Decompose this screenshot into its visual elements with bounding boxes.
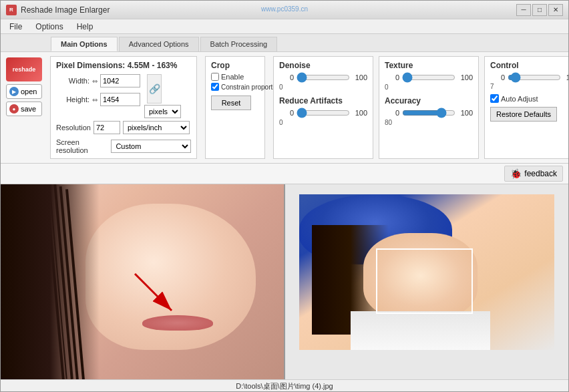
denoise-title: Denoise <box>279 61 367 70</box>
accuracy-slider[interactable] <box>402 108 455 118</box>
enable-row: Enable <box>211 73 259 81</box>
control-slider-row: 0 100 <box>490 73 569 82</box>
restore-defaults-button[interactable]: Restore Defaults <box>490 107 557 122</box>
tab-main-options[interactable]: Main Options <box>51 37 118 51</box>
width-height-fields: Width: ⇔ Height: ⇔ <box>56 74 140 109</box>
reduce-artifacts-slider[interactable] <box>297 108 350 118</box>
status-bar: D:\tools\桌面\图片\timg (4).jpg <box>1 379 568 392</box>
open-label: open <box>21 87 37 95</box>
texture-slider[interactable] <box>402 73 455 82</box>
sidebar: reshade ▶ open ● save <box>6 56 42 159</box>
denoise-max: 100 <box>353 73 367 81</box>
denoise-labels: 0 <box>279 83 367 91</box>
thumb-face <box>363 233 478 319</box>
feedback-button[interactable]: 🐞 feedback <box>504 166 563 182</box>
accuracy-max: 100 <box>458 109 473 117</box>
pixel-dimensions-title: Pixel Dimensions: 4.55M - 163% <box>56 61 191 70</box>
accuracy-labels: 80 <box>385 119 473 126</box>
resolution-row: Resolution pixels/inch <box>56 121 191 134</box>
crop-section: Crop Enable Constrain proportions Reset <box>205 56 265 159</box>
feedback-label: feedback <box>524 169 557 178</box>
texture-labels: 0 <box>385 83 473 91</box>
minimize-button[interactable]: ─ <box>516 4 531 16</box>
menu-item-help[interactable]: Help <box>71 20 100 33</box>
height-link-icon: ⇔ <box>92 96 98 104</box>
unit-select[interactable]: pixels <box>144 105 181 118</box>
controls-area: reshade ▶ open ● save Pixel Dimensions: … <box>1 52 568 163</box>
reduce-val-label: 0 <box>279 119 283 126</box>
thumb-main <box>299 194 554 351</box>
sliders-section: Denoise 0 100 0 Reduce Artifacts 0 100 <box>273 56 569 159</box>
texture-val-label: 0 <box>385 83 389 91</box>
close-button[interactable]: ✕ <box>548 4 563 16</box>
constrain-row: Constrain proportions <box>211 83 259 91</box>
tabs: Main Options Advanced Options Batch Proc… <box>1 34 568 52</box>
resolution-unit-select[interactable]: pixels/inch <box>123 121 190 134</box>
accuracy-min: 0 <box>385 109 399 117</box>
control-max: 100 <box>564 73 569 81</box>
maximize-button[interactable]: □ <box>532 4 547 16</box>
link-toggle[interactable]: 🔗 <box>147 74 162 104</box>
height-input[interactable] <box>100 93 140 106</box>
save-icon: ● <box>9 104 19 114</box>
app-icon: R <box>6 5 17 15</box>
height-label: Height: <box>56 95 89 104</box>
title-controls: ─ □ ✕ <box>516 4 563 16</box>
enable-checkbox[interactable] <box>211 73 219 81</box>
top-panel: Main Options Advanced Options Batch Proc… <box>1 34 568 164</box>
crop-title: Crop <box>211 61 259 70</box>
resolution-input[interactable] <box>93 121 120 134</box>
reshade-logo: reshade <box>6 57 42 81</box>
auto-adjust-row: Auto Adjust <box>490 94 569 103</box>
title-bar: R Reshade Image Enlarger ─ □ ✕ <box>1 1 568 19</box>
reduce-slider-row: 0 100 <box>279 108 367 118</box>
save-button[interactable]: ● save <box>6 102 42 116</box>
open-icon: ▶ <box>9 87 19 96</box>
reset-button[interactable]: Reset <box>211 95 251 110</box>
tab-advanced-options[interactable]: Advanced Options <box>119 37 199 51</box>
control-slider[interactable] <box>508 73 561 82</box>
accuracy-val-label: 80 <box>385 119 392 126</box>
denoise-slider[interactable] <box>297 73 350 82</box>
constrain-checkbox[interactable] <box>211 83 219 91</box>
preview-left <box>1 184 285 379</box>
reduce-min: 0 <box>279 109 294 117</box>
height-row: Height: ⇔ <box>56 93 140 106</box>
face-closeup <box>1 184 284 379</box>
screen-res-select[interactable]: Custom 800x600 1024x768 1280x1024 <box>111 140 191 153</box>
menu-item-file[interactable]: File <box>3 20 28 33</box>
width-row: Width: ⇔ <box>56 74 140 87</box>
width-label: Width: <box>56 77 89 85</box>
texture-max: 100 <box>458 73 473 81</box>
hair-left <box>1 184 100 379</box>
thumb-shirt <box>351 311 491 350</box>
feedback-icon: 🐞 <box>510 168 522 179</box>
denoise-slider-row: 0 100 <box>279 73 367 82</box>
save-label: save <box>21 105 36 113</box>
control-labels: 7 <box>490 83 569 90</box>
title-bar-left: R Reshade Image Enlarger <box>6 5 110 15</box>
open-button[interactable]: ▶ open <box>6 84 42 99</box>
accuracy-slider-row: 0 100 <box>385 108 473 118</box>
auto-adjust-checkbox[interactable] <box>490 94 499 103</box>
tab-batch-processing[interactable]: Batch Processing <box>200 37 278 51</box>
control-val-label: 7 <box>490 83 494 90</box>
file-path: D:\tools\桌面\图片\timg (4).jpg <box>236 381 333 391</box>
texture-section: Texture 0 100 0 Accuracy 0 100 <box>379 56 479 159</box>
control-section: Control 0 100 7 Auto Adjust Restore Defa… <box>484 56 569 159</box>
denoise-section: Denoise 0 100 0 Reduce Artifacts 0 100 <box>273 56 373 159</box>
auto-adjust-label: Auto Adjust <box>501 95 538 103</box>
pixel-dimensions-section: Pixel Dimensions: 4.55M - 163% Width: ⇔ … <box>50 56 197 159</box>
width-input[interactable] <box>100 74 140 87</box>
enable-label: Enable <box>221 73 244 81</box>
screen-res-row: Screen resolution Custom 800x600 1024x76… <box>56 138 191 154</box>
menu-item-options[interactable]: Options <box>29 20 69 33</box>
preview-right <box>285 184 568 379</box>
window-title: Reshade Image Enlarger <box>21 5 110 15</box>
reduce-max: 100 <box>353 109 367 117</box>
reduce-labels: 0 <box>279 119 367 126</box>
control-min: 0 <box>490 73 505 81</box>
lip-area <box>142 315 213 331</box>
preview-thumb <box>299 194 554 351</box>
denoise-val-label: 0 <box>279 83 283 91</box>
